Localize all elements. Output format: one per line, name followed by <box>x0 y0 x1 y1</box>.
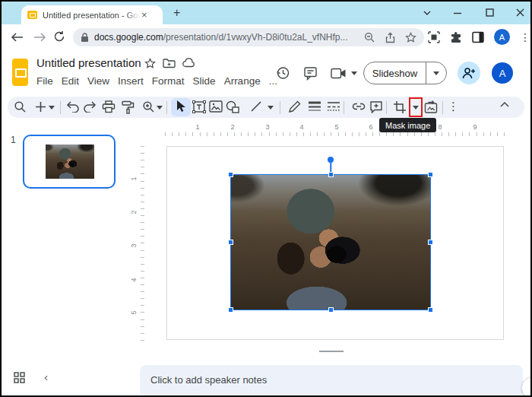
thumbnail-photo <box>46 145 94 179</box>
menu-slide[interactable]: Slide <box>193 75 216 87</box>
resize-handle-ne[interactable] <box>428 172 433 177</box>
share-icon[interactable] <box>385 32 396 43</box>
collapse-menus-icon[interactable] <box>499 100 510 108</box>
vertical-ruler: 1 2 3 4 5 <box>135 146 144 344</box>
print-icon[interactable] <box>102 100 116 113</box>
address-bar-row: docs.google.com/presentation/d/1vwxyVh-D… <box>2 24 530 50</box>
lock-icon <box>81 33 89 43</box>
crop-image-icon[interactable] <box>393 100 407 114</box>
rotation-handle[interactable] <box>328 157 334 163</box>
menu-bar: FileEditViewInsertFormatSlideArrange... <box>36 75 286 87</box>
close-window-button[interactable] <box>516 8 524 17</box>
bookmark-star-icon[interactable] <box>405 32 416 43</box>
maximize-button[interactable] <box>486 8 494 17</box>
zoom-out-icon[interactable] <box>364 32 375 43</box>
redo-icon[interactable] <box>83 100 97 113</box>
url-omnibox[interactable]: docs.google.com/presentation/d/1vwxyVh-D… <box>73 28 424 46</box>
forward-icon[interactable] <box>33 33 46 42</box>
browser-actions: A ⋮ <box>428 29 530 45</box>
speaker-notes[interactable]: Click to add speaker notes <box>140 365 523 397</box>
slides-favicon-icon <box>27 11 37 19</box>
resize-handle-s[interactable] <box>328 307 334 313</box>
select-cursor-icon[interactable] <box>176 100 186 113</box>
rotation-stem <box>330 162 331 173</box>
insert-link-icon[interactable] <box>352 100 366 113</box>
account-avatar[interactable]: A <box>492 62 513 84</box>
add-slide-icon[interactable] <box>35 101 46 113</box>
border-color-icon[interactable] <box>288 100 301 113</box>
edge-collapse-button[interactable]: ‹ <box>521 376 532 397</box>
workspace: 1 1 2 3 4 5 6 7 8 9 1 2 3 4 5 <box>2 119 530 397</box>
grid-view-icon[interactable] <box>14 372 25 383</box>
browser-tab[interactable]: Untitled presentation - Google Sl × <box>21 5 163 24</box>
menu-insert[interactable]: Insert <box>118 75 144 87</box>
toolbar-more-icon[interactable]: ⋮ <box>448 100 459 113</box>
add-slide-dropdown-icon[interactable] <box>49 106 55 110</box>
resize-handle-se[interactable] <box>428 307 433 313</box>
zoom-in-icon[interactable] <box>142 100 155 113</box>
resize-handle-sw[interactable] <box>228 307 233 313</box>
resize-handle-w[interactable] <box>228 240 233 245</box>
speaker-notes-placeholder: Click to add speaker notes <box>150 374 267 386</box>
share-button[interactable] <box>458 62 480 84</box>
menu-file[interactable]: File <box>36 75 53 87</box>
menu-arrange[interactable]: Arrange <box>224 75 261 87</box>
replace-image-icon[interactable] <box>424 100 438 113</box>
line-dropdown-icon[interactable] <box>268 106 274 110</box>
border-dash-icon[interactable] <box>327 100 340 112</box>
move-folder-icon[interactable] <box>163 58 176 69</box>
slideshow-button[interactable]: Slideshow <box>363 62 447 84</box>
document-title[interactable]: Untitled presentation <box>36 56 141 69</box>
browser-menu-icon[interactable]: ⋮ <box>520 31 530 43</box>
insert-shape-icon[interactable] <box>226 100 239 113</box>
collapse-filmstrip-icon[interactable]: ‹ <box>44 370 48 383</box>
tab-close-icon[interactable]: × <box>141 10 147 20</box>
selected-image[interactable] <box>230 174 431 310</box>
screenshot-icon[interactable] <box>428 31 440 43</box>
zoom-dropdown-icon[interactable] <box>157 106 163 110</box>
photo-person-with-camera <box>231 175 430 310</box>
camera-dropdown-icon[interactable] <box>351 71 357 75</box>
browser-window: Untitled presentation - Google Sl × + do… <box>0 0 532 397</box>
resize-handle-n[interactable] <box>328 172 334 177</box>
notes-resize-handle[interactable] <box>319 351 344 352</box>
browser-profile-avatar[interactable]: A <box>494 29 510 45</box>
mask-image-tooltip: Mask image <box>379 118 436 132</box>
slide-number: 1 <box>11 135 16 145</box>
star-doc-icon[interactable] <box>144 58 156 69</box>
side-panel-icon[interactable] <box>472 31 484 43</box>
mask-image-highlight-box <box>409 97 423 117</box>
tab-title: Untitled presentation - Google Sl <box>43 11 140 20</box>
undo-icon[interactable] <box>66 100 80 113</box>
reload-icon[interactable] <box>53 30 65 43</box>
comments-icon[interactable] <box>303 66 318 81</box>
resize-handle-nw[interactable] <box>228 172 233 177</box>
tab-bar: Untitled presentation - Google Sl × + <box>2 2 530 24</box>
insert-line-icon[interactable] <box>250 100 262 113</box>
menu-edit[interactable]: Edit <box>62 75 79 87</box>
slides-logo-icon[interactable] <box>12 59 28 86</box>
extensions-puzzle-icon[interactable] <box>450 31 462 43</box>
menu-view[interactable]: View <box>87 75 109 87</box>
border-weight-icon[interactable] <box>308 100 321 112</box>
minimize-button[interactable] <box>453 12 462 14</box>
mask-image-dropdown-icon[interactable] <box>413 106 419 110</box>
add-comment-icon[interactable] <box>369 100 383 113</box>
search-menus-icon[interactable] <box>14 100 27 113</box>
resize-handle-e[interactable] <box>428 240 433 245</box>
paint-format-icon[interactable] <box>122 100 135 114</box>
horizontal-ruler: 1 2 3 4 5 6 7 8 9 <box>165 126 507 136</box>
cloud-status-icon[interactable] <box>182 58 196 69</box>
window-menu-chevron-icon[interactable] <box>422 8 432 17</box>
version-history-icon[interactable] <box>275 65 290 81</box>
back-icon[interactable] <box>11 33 24 42</box>
insert-image-icon[interactable] <box>209 100 223 113</box>
slide-thumbnail[interactable] <box>23 135 116 189</box>
text-box-icon[interactable] <box>192 100 206 113</box>
meet-camera-icon[interactable] <box>331 68 347 79</box>
url-text: docs.google.com/presentation/d/1vwxyVh-D… <box>94 32 359 43</box>
slide-canvas[interactable] <box>166 146 504 340</box>
menu-format[interactable]: Format <box>152 75 185 87</box>
new-tab-button[interactable]: + <box>173 7 180 19</box>
slideshow-dropdown-icon[interactable] <box>426 71 446 75</box>
